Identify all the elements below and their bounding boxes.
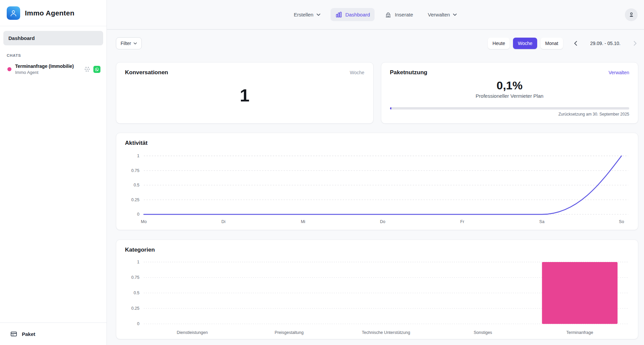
date-range-label: 29.09. - 05.10. <box>590 41 620 46</box>
aktivitaet-card: Aktivität 00.250.50.751MoDiMiDoFrSaSo <box>116 133 638 230</box>
app-header: Immo Agenten <box>0 0 106 26</box>
paket-plan-name: Professioneller Vermieter Plan <box>390 93 630 99</box>
paket-progress-fill <box>390 107 391 110</box>
svg-text:Dienstleistungen: Dienstleistungen <box>177 330 208 335</box>
svg-text:Technische Unterstützung: Technische Unterstützung <box>362 330 410 335</box>
dashboard-content: Filter Heute Woche Monat 29.09. - 05.10. <box>107 30 644 345</box>
nav-erstellen[interactable]: Erstellen <box>289 9 325 20</box>
sidebar: Immo Agenten Dashboard CHATS Terminanfra… <box>0 0 107 345</box>
konversationen-period: Woche <box>350 70 364 75</box>
svg-text:Sa: Sa <box>539 219 544 224</box>
svg-text:0.5: 0.5 <box>134 183 139 187</box>
svg-text:0.25: 0.25 <box>131 198 139 202</box>
paket-progress-track <box>390 107 630 110</box>
widget-dots-icon <box>84 66 90 73</box>
svg-text:So: So <box>619 219 624 224</box>
chevron-left-icon <box>574 41 577 46</box>
chat-text: Terminanfrage (Immobilie) Immo Agent <box>15 63 80 75</box>
svg-text:1: 1 <box>137 260 139 264</box>
person-icon <box>628 11 635 18</box>
sidebar-item-dashboard[interactable]: Dashboard <box>3 31 103 45</box>
konversationen-card: Konversationen Woche 1 <box>116 62 374 124</box>
range-heute-button[interactable]: Heute <box>488 38 510 49</box>
sidebar-footer: Paket <box>0 322 106 345</box>
chat-item-terminanfrage[interactable]: Terminanfrage (Immobilie) Immo Agent <box>3 61 103 77</box>
chat-status-dot <box>7 67 11 71</box>
svg-text:0.25: 0.25 <box>131 306 139 311</box>
svg-text:0.75: 0.75 <box>131 275 139 280</box>
svg-text:Terminanfrage: Terminanfrage <box>566 330 593 335</box>
nav-dashboard-label: Dashboard <box>345 12 370 17</box>
chevron-down-icon <box>133 42 137 45</box>
chevron-right-icon <box>633 41 637 46</box>
nav-erstellen-label: Erstellen <box>294 12 313 17</box>
konversationen-value: 1 <box>125 85 364 105</box>
paketnutzung-title: Paketnutzung <box>390 69 427 76</box>
main-area: Erstellen Dashboard Ins <box>107 0 644 345</box>
date-prev-button[interactable] <box>572 39 579 47</box>
nav-verwalten-label: Verwalten <box>428 12 450 17</box>
whatsapp-icon <box>93 66 100 73</box>
svg-text:0: 0 <box>137 321 139 326</box>
chat-subtitle: Immo Agent <box>15 70 80 75</box>
svg-text:0: 0 <box>137 212 139 217</box>
svg-text:Mo: Mo <box>141 219 146 224</box>
top-bar: Erstellen Dashboard Ins <box>107 0 644 30</box>
svg-text:Mi: Mi <box>301 219 305 224</box>
bar-chart-icon <box>335 11 342 18</box>
svg-text:0.75: 0.75 <box>131 168 139 173</box>
svg-text:Preisgestaltung: Preisgestaltung <box>275 330 304 335</box>
chevron-down-icon <box>453 13 457 16</box>
top-nav: Erstellen Dashboard Ins <box>289 8 462 21</box>
paket-verwalten-link[interactable]: Verwalten <box>609 70 629 75</box>
chat-channel-icons <box>84 66 100 73</box>
svg-text:0.5: 0.5 <box>134 291 139 295</box>
chats-section-label: CHATS <box>3 45 103 61</box>
activity-line-chart: 00.250.50.751MoDiMiDoFrSaSo <box>125 148 629 228</box>
date-next-button[interactable] <box>632 39 638 47</box>
nav-dashboard[interactable]: Dashboard <box>331 8 375 21</box>
nav-inserate[interactable]: Inserate <box>380 8 418 21</box>
date-range-controls: Heute Woche Monat 29.09. - 05.10. <box>484 38 638 49</box>
paket-label: Paket <box>22 331 35 337</box>
chevron-down-icon <box>316 13 320 16</box>
user-avatar-button[interactable] <box>625 8 638 21</box>
app-title: Immo Agenten <box>25 9 74 17</box>
app-logo-icon <box>7 6 20 20</box>
range-monat-button[interactable]: Monat <box>541 38 563 49</box>
paket-button[interactable]: Paket <box>10 330 96 338</box>
range-woche-button[interactable]: Woche <box>513 38 537 49</box>
filter-label: Filter <box>121 41 131 46</box>
paket-reset-note: Zurücksetzung am 30. September 2025 <box>390 112 630 117</box>
aktivitaet-title: Aktivität <box>125 140 629 146</box>
paketnutzung-card: Paketnutzung Verwalten 0,1% Professionel… <box>381 62 639 124</box>
credit-card-icon <box>10 330 17 338</box>
kategorien-title: Kategorien <box>125 247 629 253</box>
kategorien-card: Kategorien 00.250.50.751Dienstleistungen… <box>116 240 638 339</box>
chat-title: Terminanfrage (Immobilie) <box>15 63 80 69</box>
nav-inserate-label: Inserate <box>395 12 413 17</box>
svg-text:1: 1 <box>137 154 139 158</box>
sidebar-item-label: Dashboard <box>8 35 35 41</box>
building-icon <box>385 11 392 18</box>
svg-text:Do: Do <box>380 219 385 224</box>
svg-text:Fr: Fr <box>460 219 464 224</box>
stat-cards-row: Konversationen Woche 1 Paketnutzung Verw… <box>116 62 638 124</box>
svg-text:Sonstiges: Sonstiges <box>474 330 492 335</box>
controls-row: Filter Heute Woche Monat 29.09. - 05.10. <box>116 37 638 50</box>
konversationen-title: Konversationen <box>125 69 168 76</box>
filter-button[interactable]: Filter <box>116 37 142 49</box>
svg-text:Di: Di <box>221 219 225 224</box>
nav-verwalten[interactable]: Verwalten <box>423 9 462 20</box>
paket-usage-value: 0,1% <box>390 79 630 92</box>
categories-bar-chart: 00.250.50.751DienstleistungenPreisgestal… <box>125 255 629 339</box>
